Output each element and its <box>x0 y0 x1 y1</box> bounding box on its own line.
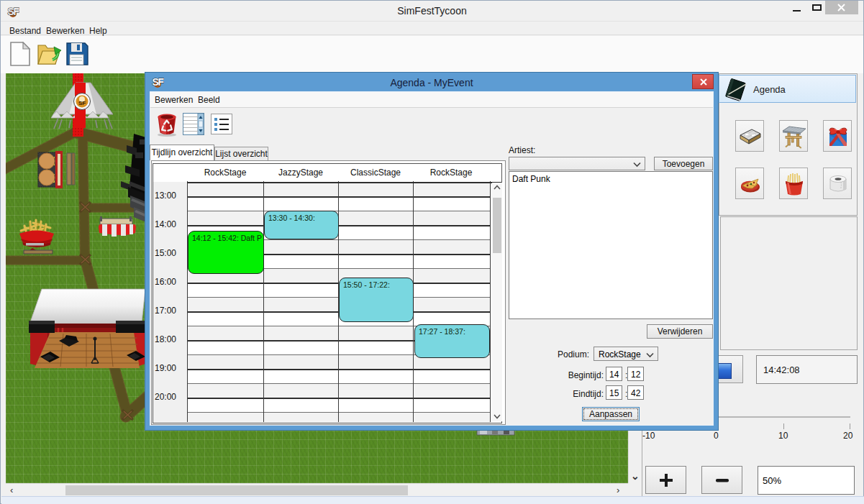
svg-text:SF: SF <box>78 100 86 106</box>
svg-text:SF: SF <box>8 6 19 17</box>
svg-text:SF: SF <box>153 76 164 88</box>
